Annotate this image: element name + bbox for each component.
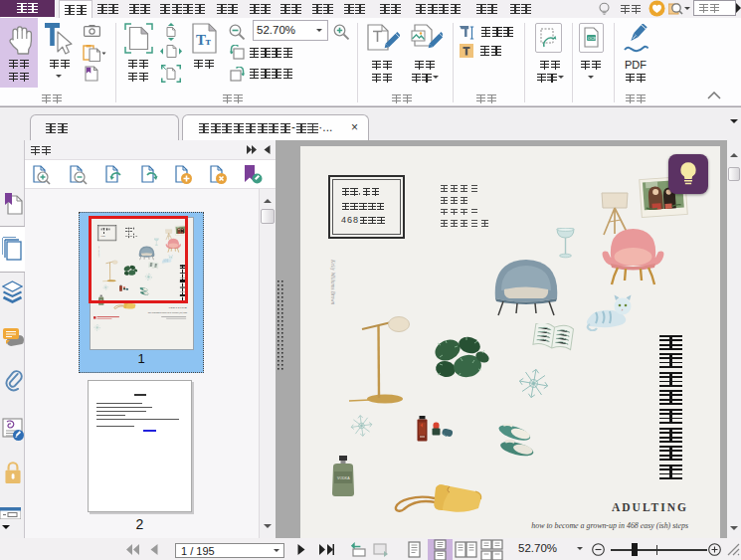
svg-text:OCR: OCR [588, 36, 597, 41]
svg-text:VODKA: VODKA [337, 476, 350, 480]
svg-text:T: T [196, 32, 206, 48]
svg-text:т: т [206, 35, 212, 47]
